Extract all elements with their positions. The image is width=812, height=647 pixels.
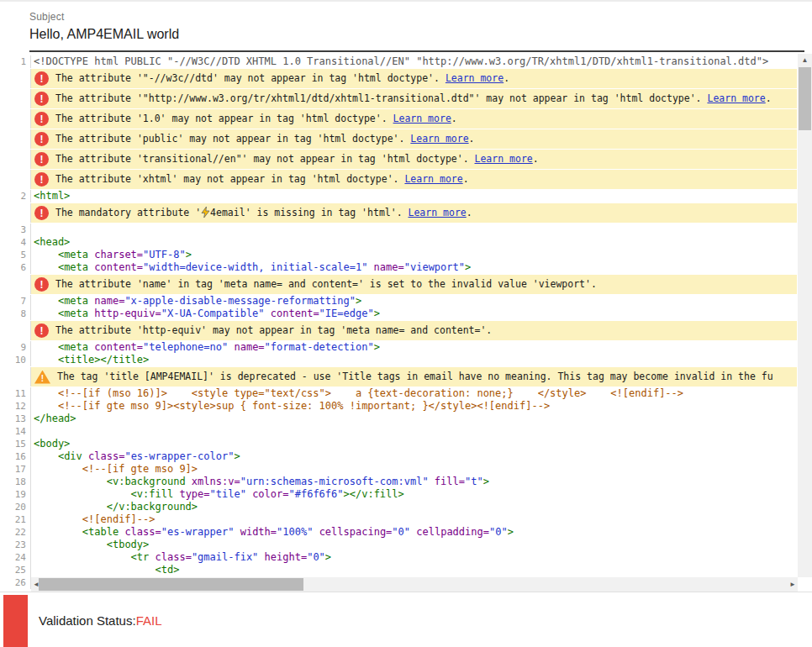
- code-line[interactable]: 18 <v:background xmlns:v="urn:schemas-mi…: [0, 476, 797, 488]
- code-line[interactable]: 22 <table class="es-wrapper" width="100%…: [0, 526, 797, 539]
- code-line[interactable]: 19 <v:fill type="tile" color="#f6f6f6"><…: [0, 488, 797, 501]
- code-editor[interactable]: 1<!DOCTYPE html PUBLIC "-//W3C//DTD XHTM…: [0, 54, 812, 592]
- code-text[interactable]: <![endif]-->: [31, 513, 797, 526]
- code-line[interactable]: 14: [0, 425, 797, 438]
- horizontal-scrollbar[interactable]: ◄ ►: [31, 577, 798, 592]
- learn-more-link[interactable]: Learn more: [393, 109, 451, 129]
- code-token: "#f6f6f6": [288, 488, 343, 500]
- code-text[interactable]: </head>: [31, 413, 797, 425]
- learn-more-link[interactable]: Learn more: [410, 129, 468, 149]
- code-line[interactable]: 20 </v:background>: [0, 501, 797, 513]
- code-line[interactable]: 2<html>: [0, 190, 797, 203]
- code-token: "x-apple-disable-message-reformatting": [124, 295, 356, 307]
- code-line[interactable]: 9 <meta content="telephone=no" name="for…: [0, 341, 797, 354]
- line-number: [0, 129, 31, 149]
- code-line[interactable]: 1<!DOCTYPE html PUBLIC "-//W3C//DTD XHTM…: [0, 55, 797, 68]
- vertical-scrollbar[interactable]: ▲: [798, 54, 812, 577]
- code-token: height=: [265, 551, 308, 563]
- code-line[interactable]: 21 <![endif]-->: [0, 513, 797, 526]
- code-line[interactable]: 24 <tr class="gmail-fix" height="0">: [0, 551, 797, 564]
- code-text[interactable]: <meta content="width=device-width, initi…: [31, 261, 797, 274]
- exclamation-glyph: !: [40, 74, 44, 84]
- code-text[interactable]: <v:fill type="tile" color="#f6f6f6"></v:…: [31, 488, 797, 501]
- code-token: name=: [374, 261, 404, 273]
- code-token: <tr: [131, 551, 150, 563]
- line-number: 1: [0, 55, 31, 68]
- code-text[interactable]: [31, 224, 797, 236]
- code-text[interactable]: <meta http-equiv="X-UA-Compatible" conte…: [31, 308, 797, 320]
- code-text[interactable]: <table class="es-wrapper" width="100%" c…: [31, 526, 797, 539]
- code-text[interactable]: </v:background>: [31, 501, 797, 513]
- code-text[interactable]: <v:background xmlns:v="urn:schemas-micro…: [31, 476, 797, 488]
- code-token: <html>: [34, 190, 70, 202]
- code-line[interactable]: 17 <!--[if gte mso 9]>: [0, 463, 797, 476]
- code-line[interactable]: 5 <meta charset="UTF-8">: [0, 249, 797, 261]
- error-row: !The attribute 'xhtml' may not appear in…: [0, 170, 797, 189]
- code-text[interactable]: <tbody>: [31, 539, 797, 551]
- code-line[interactable]: 8 <meta http-equiv="X-UA-Compatible" con…: [0, 308, 797, 320]
- error-row: !The attribute 'public' may not appear i…: [0, 129, 797, 149]
- code-line[interactable]: 16 <div class="es-wrapper-color">: [0, 450, 797, 463]
- exclamation-glyph: !: [40, 326, 44, 336]
- vertical-scroll-thumb[interactable]: [799, 67, 811, 130]
- code-line[interactable]: 11 <!--[if (mso 16)]> <style type="text/…: [0, 387, 797, 400]
- code-text[interactable]: <!--[if gte mso 9]><style>sup { font-siz…: [31, 400, 797, 413]
- code-text[interactable]: <td>: [31, 564, 797, 576]
- line-number: [0, 89, 31, 108]
- line-number: 8: [0, 308, 31, 320]
- line-number: 2: [0, 190, 31, 203]
- line-number: [0, 150, 31, 169]
- exclamation-glyph: !: [40, 134, 44, 145]
- code-token: [34, 295, 58, 307]
- code-line[interactable]: 7 <meta name="x-apple-disable-message-re…: [0, 295, 797, 308]
- learn-more-link[interactable]: Learn more: [409, 203, 467, 223]
- code-token: "0": [307, 551, 325, 563]
- code-line[interactable]: 10 <title></title>: [0, 354, 797, 366]
- line-number: [0, 321, 31, 340]
- code-text[interactable]: <meta charset="UTF-8">: [31, 249, 797, 261]
- code-text[interactable]: <body>: [31, 438, 797, 450]
- code-text[interactable]: [31, 425, 797, 438]
- horizontal-scroll-thumb[interactable]: [39, 578, 303, 591]
- code-line[interactable]: 3: [0, 224, 797, 236]
- code-text[interactable]: <!--[if (mso 16)]> <style type="text/css…: [31, 387, 797, 400]
- learn-more-link[interactable]: Learn more: [404, 170, 462, 189]
- code-token: fill=: [435, 476, 465, 487]
- code-line[interactable]: 13</head>: [0, 413, 797, 425]
- learn-more-link[interactable]: Learn more: [707, 89, 765, 108]
- code-line[interactable]: 4<head>: [0, 236, 797, 249]
- code-text[interactable]: <tr class="gmail-fix" height="0">: [31, 551, 797, 564]
- error-icon: !: [34, 277, 49, 292]
- code-text[interactable]: <head>: [31, 236, 797, 249]
- code-text[interactable]: <!DOCTYPE html PUBLIC "-//W3C//DTD XHTML…: [31, 55, 797, 68]
- subject-label: Subject: [29, 11, 804, 23]
- message-suffix: .: [467, 203, 472, 223]
- scroll-up-icon[interactable]: ▲: [798, 54, 812, 66]
- code-text[interactable]: <meta name="x-apple-disable-message-refo…: [31, 295, 797, 308]
- code-token: color=: [252, 488, 288, 500]
- learn-more-link[interactable]: Learn more: [446, 69, 504, 88]
- code-text[interactable]: <html>: [31, 190, 797, 203]
- code-text[interactable]: <meta content="telephone=no" name="forma…: [31, 341, 797, 354]
- learn-more-link[interactable]: Learn more: [475, 150, 533, 169]
- code-token: name=: [234, 341, 264, 353]
- code-token: </head>: [34, 413, 76, 424]
- code-token: content=: [271, 308, 319, 319]
- code-line[interactable]: 6 <meta content="width=device-width, ini…: [0, 261, 797, 274]
- code-text[interactable]: <title></title>: [31, 354, 797, 366]
- line-number: 16: [0, 450, 31, 463]
- code-token: http-equiv=: [94, 308, 161, 319]
- code-line[interactable]: 12 <!--[if gte mso 9]><style>sup { font-…: [0, 400, 797, 413]
- code-text[interactable]: <div class="es-wrapper-color">: [31, 450, 797, 463]
- code-line[interactable]: 23 <tbody>: [0, 539, 797, 551]
- subject-input[interactable]: Hello, AMP4EMAIL world: [29, 27, 804, 42]
- code-line[interactable]: 25 <td>: [0, 564, 797, 576]
- code-token: "format-detection": [265, 341, 374, 353]
- scroll-right-icon[interactable]: ►: [788, 577, 798, 592]
- subject-field[interactable]: Subject Hello, AMP4EMAIL world: [0, 2, 812, 54]
- validation-message: !The tag 'title [AMP4EMAIL]' is deprecat…: [31, 367, 797, 387]
- code-text[interactable]: <!--[if gte mso 9]>: [31, 463, 797, 476]
- line-number: 4: [0, 236, 31, 249]
- code-line[interactable]: 15<body>: [0, 438, 797, 450]
- line-number: 15: [0, 438, 31, 450]
